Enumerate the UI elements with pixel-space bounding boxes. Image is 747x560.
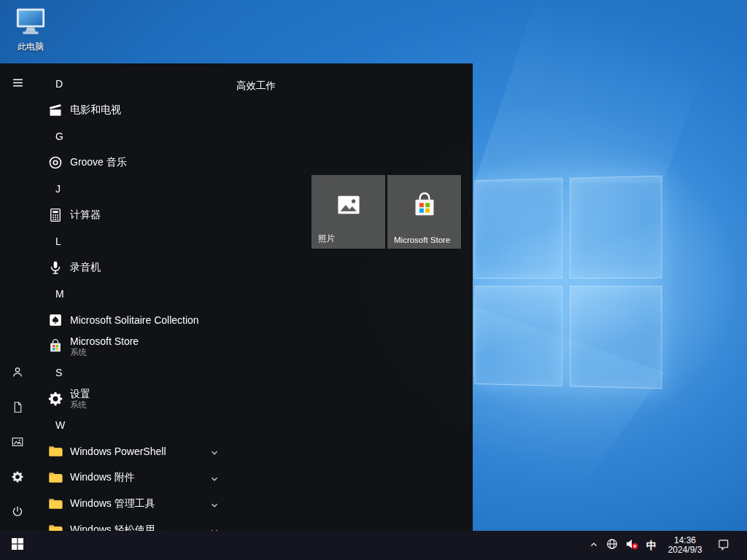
document-icon [12,401,24,416]
store-icon [47,338,64,355]
folder-icon [47,495,64,513]
section-letter-label: W [55,419,65,431]
documents-button[interactable] [0,391,35,426]
store-icon [387,191,461,220]
app-label: 电影和电视 [70,104,121,117]
settings-button[interactable] [0,461,35,496]
power-button[interactable] [0,496,35,531]
app-label: Microsoft Store [70,335,139,347]
gear-icon [11,470,24,486]
section-letter-label: S [55,367,62,378]
app-item-windows-powershell[interactable]: Windows PowerShell [35,438,254,464]
settings-gear-icon [47,390,64,408]
section-letter-m[interactable]: M [35,281,254,307]
photos-icon [311,191,385,219]
app-label: Windows 轻松使用 [70,524,155,531]
calculator-icon [47,206,64,224]
section-letter-l[interactable]: L [35,228,254,254]
app-item-windows-accessories[interactable]: Windows 附件 [35,464,254,491]
this-pc-icon [14,26,47,39]
folder-icon [47,443,64,460]
app-item-windows-ease-of-access[interactable]: Windows 轻松使用 [35,517,254,531]
folder-icon [47,521,64,531]
globe-network-icon [606,538,618,553]
power-icon [11,505,24,521]
app-item-voice-recorder[interactable]: 录音机 [35,254,254,281]
network-button[interactable] [603,531,622,560]
start-menu: D 电影和电视 G Groove 音乐 J 计算器 L 录音 [0,63,473,531]
app-text: 设置 系统 [70,388,90,410]
pictures-icon [11,435,24,451]
desktop-icon-label: 此电脑 [7,41,54,53]
tile-label: 照片 [318,233,335,244]
section-letter-label: M [55,288,64,300]
action-center-icon [717,538,729,553]
tile-label: Microsoft Store [394,236,450,244]
start-menu-rail [0,63,35,531]
app-item-movies-tv[interactable]: 电影和电视 [35,97,254,123]
section-letter-j[interactable]: J [35,176,254,202]
app-label: Windows 管理工具 [70,497,155,510]
app-label: 录音机 [70,261,101,274]
section-letter-d[interactable]: D [35,71,254,97]
folder-icon [47,469,64,486]
system-tray: 中 14:36 2024/9/3 [585,531,747,560]
hamburger-icon [12,77,24,92]
start-app-list: D 电影和电视 G Groove 音乐 J 计算器 L 录音 [35,63,254,531]
app-subtitle: 系统 [70,400,90,410]
movies-tv-icon [47,101,64,119]
section-letter-w[interactable]: W [35,412,254,438]
speaker-muted-icon [625,538,638,553]
app-label: Microsoft Solitaire Collection [70,314,199,326]
expand-menu-button[interactable] [0,66,35,101]
window-pane [570,286,662,389]
section-letter-s[interactable]: S [35,359,254,386]
app-item-microsoft-store[interactable]: Microsoft Store 系统 [35,333,254,359]
window-pane [474,286,562,386]
app-label: 设置 [70,388,90,400]
tray-overflow-button[interactable] [585,531,603,560]
app-item-groove-music[interactable]: Groove 音乐 [35,149,254,176]
app-label: Windows 附件 [70,471,135,484]
section-letter-label: D [55,78,63,90]
groove-music-icon [47,154,64,171]
window-pane [570,176,662,279]
section-letter-label: J [55,183,61,195]
app-label: 计算器 [70,209,101,222]
app-item-solitaire[interactable]: Microsoft Solitaire Collection [35,307,254,333]
ime-label: 中 [646,539,657,553]
start-button[interactable] [0,531,35,560]
tile-group-title[interactable]: 高效工作 [236,79,276,93]
account-button[interactable] [0,356,35,391]
volume-button[interactable] [622,531,642,560]
chevron-down-icon[interactable] [210,499,219,508]
app-item-windows-admin-tools[interactable]: Windows 管理工具 [35,491,254,517]
app-label: Windows PowerShell [70,446,166,457]
section-letter-label: L [55,236,61,247]
ime-indicator[interactable]: 中 [642,531,661,560]
section-letter-g[interactable]: G [35,123,254,149]
tile-photos[interactable]: 照片 [311,175,385,249]
chevron-down-icon[interactable] [210,526,219,531]
clock-date: 2024/9/3 [668,545,703,555]
app-text: Microsoft Store 系统 [70,335,139,357]
microphone-icon [47,259,64,276]
taskbar: 中 14:36 2024/9/3 [0,531,747,560]
chevron-up-icon [589,539,598,552]
clock[interactable]: 14:36 2024/9/3 [661,531,709,560]
desktop-icon-this-pc[interactable]: 此电脑 [7,6,54,53]
chevron-down-icon[interactable] [210,473,219,482]
app-item-settings[interactable]: 设置 系统 [35,386,254,412]
windows-logo-icon [12,538,23,553]
windows-logo-wallpaper [474,176,662,389]
pictures-button[interactable] [0,426,35,461]
chevron-down-icon[interactable] [210,447,219,456]
window-pane [474,178,562,279]
app-item-calculator[interactable]: 计算器 [35,202,254,228]
tile-microsoft-store[interactable]: Microsoft Store [387,175,461,249]
section-letter-label: G [55,131,63,142]
user-icon [11,365,24,381]
action-center-button[interactable] [709,531,737,560]
app-label: Groove 音乐 [70,156,127,169]
solitaire-icon [47,311,64,329]
